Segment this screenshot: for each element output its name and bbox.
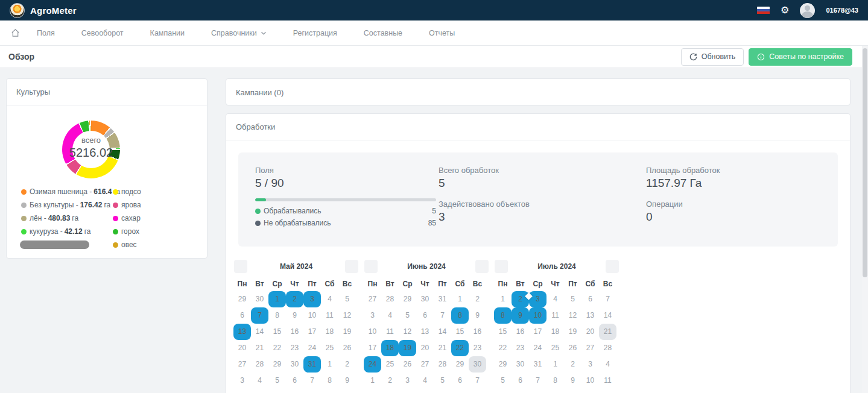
calendar-day[interactable]: 26 (338, 340, 356, 356)
calendar-day[interactable]: 14 (599, 307, 616, 324)
calendar-day[interactable]: 5 (338, 291, 356, 307)
calendar-day[interactable]: 18 (546, 324, 564, 340)
calendar-day[interactable]: 9 (286, 307, 303, 324)
menu-item-campaigns[interactable]: Кампании (150, 29, 185, 37)
calendar-day[interactable]: 2 (381, 373, 399, 389)
calendar-day[interactable]: 7 (529, 373, 546, 389)
calendar-day[interactable]: 14 (434, 324, 451, 340)
calendar-day[interactable]: 9 (564, 373, 581, 389)
legend-item[interactable]: горох (113, 225, 197, 238)
legend-item[interactable]: Без культуры - 176.42га (21, 198, 113, 212)
calendar-day[interactable]: 30 (286, 356, 303, 373)
calendar-next-button[interactable] (345, 260, 358, 273)
calendar-day[interactable]: 19 (338, 324, 356, 340)
calendar-day[interactable]: 3 (364, 307, 381, 324)
calendar-day[interactable]: 1 (546, 356, 564, 373)
calendar-day[interactable]: 20 (416, 340, 434, 356)
app-logo-icon[interactable] (10, 3, 25, 18)
calendar-day[interactable]: 15 (268, 324, 286, 340)
calendar-day[interactable]: 7 (599, 291, 616, 307)
calendar-day[interactable]: 5 (494, 373, 512, 389)
user-avatar[interactable] (800, 3, 815, 18)
calendar-day[interactable]: 17 (364, 340, 381, 356)
calendar-day[interactable]: 3 (233, 373, 251, 389)
calendar-day[interactable]: 22 (268, 340, 286, 356)
calendar-day[interactable]: 13 (233, 324, 251, 340)
legend-item[interactable]: ярова (113, 198, 197, 212)
calendar-day[interactable]: 30 (416, 291, 434, 307)
calendar-day[interactable]: 3 (303, 291, 321, 307)
calendar-day[interactable]: 30 (469, 356, 486, 373)
calendar-day[interactable]: 22 (494, 340, 512, 356)
menu-item-crop-rotation[interactable]: Севооборот (81, 29, 124, 37)
calendar-day[interactable]: 16 (469, 324, 486, 340)
calendar-next-button[interactable] (475, 260, 489, 273)
calendar-day[interactable]: 26 (399, 356, 416, 373)
calendar-day[interactable]: 1 (268, 291, 286, 307)
calendar-day[interactable]: 29 (451, 356, 469, 373)
calendar-day[interactable]: 6 (416, 307, 434, 324)
calendar-day[interactable]: 11 (546, 307, 564, 324)
calendar-day[interactable]: 4 (381, 307, 399, 324)
calendar-day[interactable]: 24 (364, 356, 381, 373)
calendar-prev-button[interactable] (364, 260, 378, 273)
calendar-day[interactable]: 6 (233, 307, 251, 324)
calendar-day[interactable]: 7 (251, 307, 268, 324)
calendar-day[interactable]: 28 (599, 340, 616, 356)
calendar-day[interactable]: 8 (268, 307, 286, 324)
calendar-day[interactable]: 11 (599, 373, 616, 389)
calendar-day[interactable]: 25 (381, 356, 399, 373)
calendar-day[interactable]: 9 (338, 373, 356, 389)
home-icon[interactable] (11, 28, 20, 37)
scrollbar-thumb[interactable] (863, 48, 867, 277)
calendar-day[interactable]: 25 (321, 340, 338, 356)
calendar-day[interactable]: 12 (564, 307, 581, 324)
calendar-day[interactable]: 5 (564, 291, 581, 307)
legend-item[interactable]: Озимая пшеница - 616.4га (21, 185, 113, 198)
calendar-prev-button[interactable] (234, 260, 247, 273)
calendar-day[interactable]: 1 (494, 291, 512, 307)
calendar-day[interactable]: 29 (233, 291, 251, 307)
calendar-day[interactable]: 1 (451, 291, 469, 307)
calendar-day[interactable]: 30 (251, 291, 268, 307)
calendar-day[interactable]: 2 (286, 291, 303, 307)
calendar-day[interactable]: 28 (251, 356, 268, 373)
menu-item-composite[interactable]: Составные (364, 29, 402, 37)
calendar-day[interactable]: 6 (581, 291, 599, 307)
calendar-day[interactable]: 23 (286, 340, 303, 356)
calendar-day[interactable]: 2 (338, 356, 356, 373)
calendar-day[interactable]: 31 (529, 356, 546, 373)
calendar-day[interactable]: 27 (416, 356, 434, 373)
calendar-day[interactable]: 24 (529, 340, 546, 356)
calendar-day[interactable]: 16 (512, 324, 529, 340)
legend-item[interactable]: овес (113, 238, 197, 251)
calendar-day[interactable]: 8 (321, 373, 338, 389)
calendar-day[interactable]: 9 (469, 307, 486, 324)
calendar-day[interactable]: 6 (286, 373, 303, 389)
menu-item-fields[interactable]: Поля (37, 29, 55, 37)
calendar-day[interactable]: 8 (546, 373, 564, 389)
calendar-day[interactable]: 7 (303, 373, 321, 389)
calendar-day[interactable]: 21 (599, 324, 616, 340)
calendar-day[interactable]: 12 (338, 307, 356, 324)
calendar-day[interactable]: 29 (399, 291, 416, 307)
calendar-day[interactable]: 10 (303, 307, 321, 324)
calendar-day[interactable]: 30 (512, 356, 529, 373)
calendar-prev-button[interactable] (495, 260, 508, 273)
calendar-day[interactable]: 22 (451, 340, 469, 356)
calendar-day[interactable]: 2 (564, 356, 581, 373)
calendar-day[interactable]: 9 (512, 307, 529, 324)
calendar-day[interactable]: 19 (399, 340, 416, 356)
calendar-day[interactable]: 17 (303, 324, 321, 340)
calendar-day[interactable]: 5 (434, 373, 451, 389)
calendar-day[interactable]: 18 (321, 324, 338, 340)
vertical-scrollbar[interactable] (862, 46, 868, 393)
calendar-day[interactable]: 11 (321, 307, 338, 324)
calendar-next-button[interactable] (606, 260, 619, 273)
calendar-day[interactable]: 21 (434, 340, 451, 356)
legend-item[interactable]: кукуруза - 42.12га (21, 225, 113, 238)
language-flag-russia-icon[interactable] (757, 7, 770, 14)
calendar-day[interactable]: 2 (469, 291, 486, 307)
calendar-day[interactable]: 23 (469, 340, 486, 356)
calendar-day[interactable]: 7 (469, 373, 486, 389)
